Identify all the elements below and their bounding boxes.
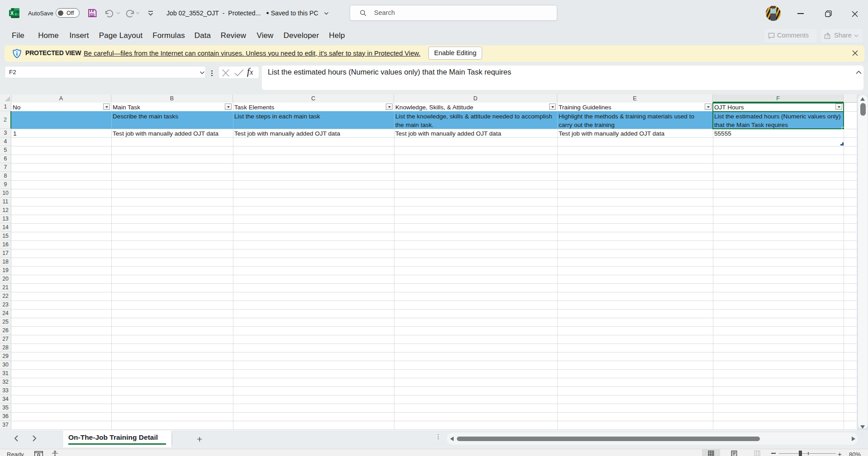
svg-text:X: X: [10, 10, 14, 16]
